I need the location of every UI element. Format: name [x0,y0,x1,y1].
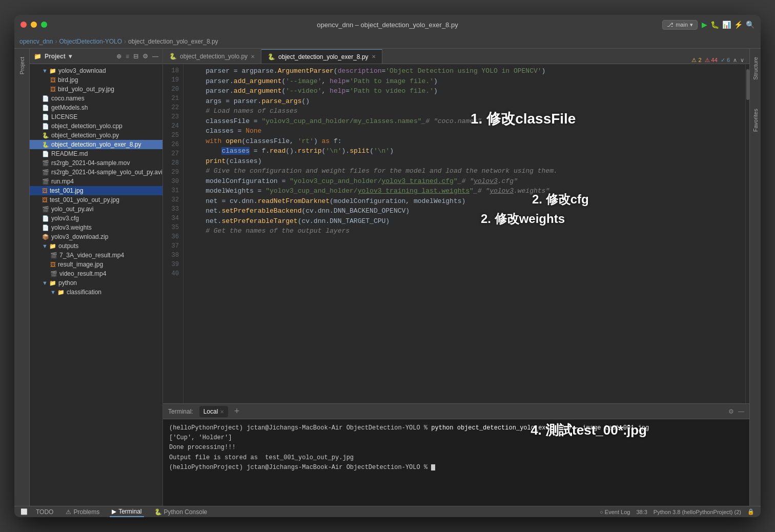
tree-item-result-image[interactable]: 🖼 result_image.jpg [30,260,162,269]
tree-item-coco[interactable]: 📄 coco.names [30,94,162,103]
tree-item-obj-py-exer8[interactable]: 🐍 object_detection_yolo_exer_8.py [30,140,162,149]
breadcrumb-part-1[interactable]: opencv_dnn [19,38,53,45]
tree-item-test001-out[interactable]: 🖼 test_001_yolo_out_py.jpg [30,195,162,204]
maximize-button[interactable] [41,22,47,28]
sidebar-label-favorites[interactable]: Favorites [750,105,761,136]
expand-icon[interactable]: ∧ [733,57,737,64]
project-label: Project [45,53,66,60]
branch-icon: ⎇ [667,22,674,28]
tree-item-bird-yolo[interactable]: 🖼 bird_yolo_out_py.jpg [30,85,162,94]
tree-item-video-result[interactable]: 🎬 video_result.mp4 [30,269,162,278]
problems-icon: ⚠ [66,508,71,516]
expand-icon-status[interactable]: ⬜ [21,508,28,515]
close-button[interactable] [21,22,27,28]
python-icon: 🐍 [154,508,162,516]
tree-item-yolo-out-avi[interactable]: 🎬 yolo_out_py.avi [30,204,162,214]
tree-item-obj-py[interactable]: 🐍 object_detection_yolo.py [30,131,162,140]
breadcrumb-part-3[interactable]: object_detection_yolo_exer_8.py [128,38,218,45]
code-line-25: classes = None [190,126,739,136]
terminal-close-icon[interactable]: — [738,408,744,415]
problems-label: Problems [73,508,99,516]
status-bar: ⬜ TODO ⚠ Problems ▶ Terminal 🐍 Python Co… [14,506,761,517]
code-line-37: net.setPreferableTarget(cv.dnn.DNN_TARGE… [190,216,739,227]
terminal-tab-local[interactable]: Local ✕ [199,406,228,417]
chevron-down-icon: ▾ [69,53,72,60]
info-count: ✓ 6 [721,57,730,64]
tab-close-2[interactable]: ✕ [372,54,376,59]
project-header: 📁 Project ▾ ⊕ ≡ ⊟ ⚙ — [30,49,162,64]
tree-item-run-mp4[interactable]: 🎬 run.mp4 [30,177,162,186]
tree-item-yolov3-weights[interactable]: 📄 yolov3.weights [30,223,162,232]
debug-button[interactable]: 🐛 [710,21,719,29]
terminal-tab-terminal[interactable]: Terminal: [168,408,193,415]
editor-area: 🐍 object_detection_yolo.py ✕ 🐍 object_de… [163,49,749,506]
bottom-tab-todo[interactable]: TODO [34,507,55,517]
terminal-tab-add[interactable]: + [234,406,240,417]
tab-object-detection-yolo-exer8[interactable]: 🐍 object_detection_yolo_exer_8.py ✕ [261,49,382,64]
tree-item-yolov3-download[interactable]: ▼ 📁 yolov3_download [30,66,162,75]
tab-close-local[interactable]: ✕ [220,409,224,415]
code-line-26: with open(classesFile, 'rt') as f: [190,136,739,147]
tree-item-bird-jpg[interactable]: 🖼 bird.jpg [30,75,162,85]
terminal-line-1: (helloPythonProject) jctan@Jichangs-MacB… [169,423,743,433]
editor-scrollbar[interactable] [745,64,749,403]
todo-label: TODO [36,508,53,516]
bottom-tab-problems[interactable]: ⚠ Problems [64,507,101,517]
tree-item-license[interactable]: 📄 LICENSE [30,112,162,121]
collapse-icon[interactable]: ⊟ [133,53,138,60]
tree-item-rs2rgb-mov[interactable]: 🎬 rs2rgb_2021-04-sample.mov [30,158,162,168]
main-layout: Project 📁 Project ▾ ⊕ ≡ ⊟ ⚙ — ▼ [14,49,761,506]
tab-py-icon: 🐍 [169,53,177,60]
bottom-tab-python-console[interactable]: 🐍 Python Console [152,507,210,517]
chevron-down-icon: ▾ [690,22,693,28]
terminal-content[interactable]: (helloPythonProject) jctan@Jichangs-MacB… [163,419,749,506]
tree-item-readme[interactable]: 📄 README.md [30,149,162,158]
code-editor[interactable]: 18 19 20 21 22 23 24 25 26 27 28 29 30 3… [163,64,749,403]
bottom-tab-terminal[interactable]: ▶ Terminal [110,507,144,517]
terminal-settings-icon[interactable]: ⚙ [728,408,734,415]
code-content[interactable]: parser = argparse.ArgumentParser(descrip… [183,64,745,403]
breadcrumb: opencv_dnn › ObjectDetection-YOLO › obje… [14,34,761,49]
code-line-23: # Load names of classes [190,106,739,116]
terminal-icons: ⚙ — [728,408,744,415]
line-numbers: 18 19 20 21 22 23 24 25 26 27 28 29 30 3… [163,64,183,403]
search-button[interactable]: 🔍 [746,21,754,29]
code-line-32: modelConfiguration = "yolov3_cup_and_hol… [190,176,739,187]
scrollbar-thumb[interactable] [746,69,749,100]
coverage-button[interactable]: 📊 [722,21,731,29]
sidebar-label-project[interactable]: Project [17,53,27,78]
tree-item-getmodels[interactable]: 📄 getModels.sh [30,103,162,112]
terminal-line-4: Output file is stored as test_001_yolo_o… [169,453,743,463]
code-line-21: args = parser.parse_args() [190,96,739,107]
tab-close-1[interactable]: ✕ [251,54,255,59]
tree-item-test001-jpg[interactable]: 🖼 test_001.jpg [30,186,162,195]
sidebar-label-structure[interactable]: Structure [750,53,761,84]
lock-icon: 🔒 [747,508,754,515]
collapse-icon2[interactable]: ∨ [740,57,744,64]
tab-bar: 🐍 object_detection_yolo.py ✕ 🐍 object_de… [163,49,749,64]
tree-item-python[interactable]: ▼ 📁 python [30,278,162,288]
settings-icon[interactable]: ⚙ [142,53,148,60]
close-panel-icon[interactable]: — [152,53,158,60]
branch-button[interactable]: ⎇ main ▾ [662,20,698,30]
tree-item-yolov3-cfg[interactable]: 📄 yolov3.cfg [30,214,162,223]
run-button[interactable]: ▶ [702,21,707,29]
tree-item-outputs[interactable]: ▼ 📁 outputs [30,241,162,251]
profile-button[interactable]: ⚡ [734,21,743,29]
add-file-icon[interactable]: ⊕ [116,53,121,60]
tab-py-icon-2: 🐍 [268,53,275,60]
tab-label-1: object_detection_yolo.py [180,53,248,60]
terminal-panel: Terminal: Local ✕ + ⚙ — (helloPythonProj… [163,403,749,506]
tree-item-obj-cpp[interactable]: 📄 object_detection_yolo.cpp [30,121,162,131]
tree-item-7-3a-video[interactable]: 🎬 7_3A_video_result.mp4 [30,251,162,260]
breadcrumb-part-2[interactable]: ObjectDetection-YOLO [59,38,122,45]
tree-item-classification[interactable]: ▼ 📁 classification [30,288,162,297]
tab-object-detection-yolo[interactable]: 🐍 object_detection_yolo.py ✕ [163,49,261,64]
minimize-button[interactable] [31,22,37,28]
event-log-label[interactable]: ○ Event Log [600,509,630,515]
tree-item-yolov3-zip[interactable]: 📦 yolov3_download.zip [30,232,162,241]
project-header-icons: ⊕ ≡ ⊟ ⚙ — [116,53,158,60]
add-folder-icon[interactable]: ≡ [126,53,129,60]
tree-item-rs2rgb-avi[interactable]: 🎬 rs2rgb_2021-04-sample_yolo_out_py.avi [30,168,162,177]
terminal-line-5: (helloPythonProject) jctan@Jichangs-MacB… [169,463,743,473]
